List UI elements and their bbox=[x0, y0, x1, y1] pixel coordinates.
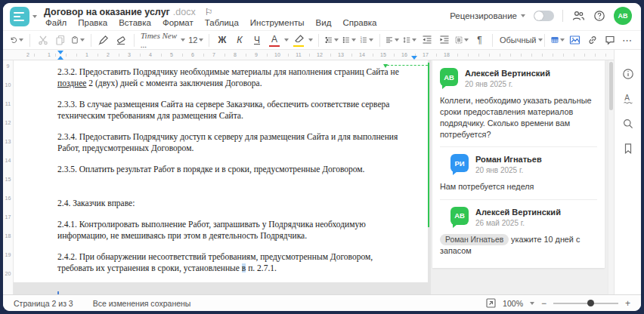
comment-reply[interactable]: РИРоман Игнатьев20 янв 2025 г.Нам потреб… bbox=[440, 146, 597, 192]
comment-connector-line bbox=[387, 65, 428, 66]
divider bbox=[492, 34, 493, 47]
comment-meta: Алексей Вертинский26 май 2025 г. bbox=[475, 207, 561, 227]
spellcheck-button[interactable]: A bbox=[622, 93, 634, 105]
menu-item-2[interactable]: Правка bbox=[78, 18, 107, 27]
paragraph-borders-button[interactable] bbox=[454, 32, 469, 48]
spellcheck-icon: A bbox=[622, 93, 634, 105]
text-run: п. 2.7.1. bbox=[246, 263, 277, 272]
decrease-indent-button[interactable] bbox=[420, 32, 435, 48]
left-indent-marker[interactable] bbox=[57, 56, 63, 60]
zoom-in-button[interactable]: + bbox=[625, 299, 630, 308]
scrollbar-thumb[interactable] bbox=[609, 62, 613, 110]
paste-button[interactable] bbox=[70, 32, 85, 48]
zoom-value[interactable]: 100% bbox=[503, 299, 523, 308]
insert-comment-button[interactable] bbox=[602, 32, 618, 48]
comment-text: Нам потребуется неделя bbox=[440, 182, 534, 191]
numbered-list-button[interactable]: 123 bbox=[359, 32, 374, 48]
review-toggle[interactable] bbox=[534, 11, 554, 21]
help-button[interactable] bbox=[593, 10, 605, 22]
flag-icon[interactable]: ⚐ bbox=[205, 8, 213, 17]
svg-text:A: A bbox=[624, 94, 630, 102]
menu-item-7[interactable]: Вид bbox=[316, 18, 332, 27]
menu-item-4[interactable]: Формат bbox=[163, 18, 194, 27]
italic-button[interactable]: К bbox=[232, 32, 247, 48]
bold-button[interactable]: Ж bbox=[215, 32, 230, 48]
font-color-button[interactable]: А bbox=[267, 32, 282, 48]
review-mode-button[interactable]: Рецензирование bbox=[450, 11, 525, 20]
menu-item-8[interactable]: Справка bbox=[342, 18, 376, 27]
comment-reply[interactable]: АВАлексей Вертинский26 май 2025 г.Роман … bbox=[440, 199, 597, 257]
comment-date: 20 янв 2025 г. bbox=[475, 166, 542, 174]
cut-button[interactable] bbox=[36, 32, 51, 48]
user-avatar[interactable]: АВ bbox=[614, 7, 632, 25]
document-text[interactable]: 2.3.2. Предоставить Подрядчику необходим… bbox=[14, 60, 428, 304]
zoom-caret-icon[interactable] bbox=[530, 302, 534, 305]
insert-link-button[interactable] bbox=[585, 32, 600, 48]
paragraph-5[interactable]: 2.4. Заказчик вправе: bbox=[57, 198, 405, 209]
ruler-number: 16 bbox=[3, 195, 13, 201]
comment-header: РИРоман Игнатьев20 янв 2025 г. bbox=[450, 154, 597, 174]
status-right: 100% − + bbox=[486, 298, 641, 308]
comment-date: 20 янв 2025 г. bbox=[465, 80, 550, 88]
insert-table-button[interactable] bbox=[550, 32, 565, 48]
highlight-button[interactable] bbox=[291, 32, 306, 48]
app-logo-icon[interactable] bbox=[10, 7, 29, 26]
ruler-number: 10 bbox=[3, 82, 13, 88]
bullet-list-button[interactable] bbox=[342, 32, 357, 48]
format-painter-button[interactable] bbox=[96, 32, 111, 48]
comment[interactable]: АВАлексей Вертинский20 янв 2025 г.Коллег… bbox=[440, 66, 597, 140]
increase-indent-button[interactable] bbox=[437, 32, 452, 48]
paragraph-7[interactable]: 2.4.2. При обнаружении несоответствий тр… bbox=[57, 251, 405, 274]
line-spacing-button[interactable] bbox=[402, 32, 417, 48]
ruler-number: 12 bbox=[3, 120, 13, 125]
chevron-down-icon[interactable] bbox=[284, 38, 289, 42]
copy-button[interactable] bbox=[53, 32, 68, 48]
clear-format-button[interactable] bbox=[113, 32, 128, 48]
paragraph-style-select[interactable]: Обычный bbox=[498, 32, 539, 48]
bookmarks-button[interactable] bbox=[622, 143, 634, 155]
menu-item-5[interactable]: Таблица bbox=[205, 18, 239, 27]
font-size-select[interactable]: 12 bbox=[188, 32, 203, 48]
ruler-number: 1 bbox=[82, 52, 92, 58]
menu-item-3[interactable]: Вставка bbox=[119, 18, 151, 27]
comment-body: Нам потребуется неделя bbox=[440, 181, 597, 192]
vertical-scrollbar[interactable] bbox=[608, 60, 614, 294]
menu-item-1[interactable]: Файл bbox=[45, 18, 67, 27]
ruler-number: 5 bbox=[166, 52, 177, 58]
first-line-indent-marker[interactable] bbox=[57, 51, 63, 54]
ruler-number: 18 bbox=[441, 52, 452, 58]
search-button[interactable] bbox=[622, 118, 634, 130]
zoom-slider-handle[interactable] bbox=[587, 300, 594, 306]
chevron-down-icon[interactable] bbox=[308, 38, 313, 42]
menu-item-6[interactable]: Инструменты bbox=[250, 18, 305, 27]
multilevel-list-button[interactable] bbox=[324, 32, 339, 48]
paragraph-2[interactable]: 2.3.3. В случае размещения Сайта на серв… bbox=[57, 99, 405, 122]
paragraph-4[interactable]: 2.3.5. Оплатить результат Работ в порядк… bbox=[57, 164, 405, 175]
paragraph-style-value: Обычный bbox=[495, 35, 537, 45]
nonprinting-chars-button[interactable]: ¶ bbox=[472, 32, 487, 48]
chevron-down-icon bbox=[538, 38, 543, 42]
help-icon bbox=[593, 10, 605, 22]
more-tools-button[interactable]: ⋯ bbox=[620, 32, 635, 48]
fit-page-button[interactable] bbox=[486, 298, 496, 308]
right-indent-marker[interactable] bbox=[411, 56, 417, 60]
page-counter[interactable]: Страница 2 из 3 bbox=[14, 299, 73, 308]
logo-caret-icon[interactable] bbox=[33, 15, 37, 18]
paragraph-1[interactable]: 2.3.2. Предоставить Подрядчику необходим… bbox=[57, 66, 405, 89]
zoom-out-button[interactable]: − bbox=[541, 299, 546, 308]
chevron-down-icon bbox=[369, 38, 373, 42]
document-info-button[interactable] bbox=[622, 68, 634, 80]
zoom-slider[interactable] bbox=[553, 299, 618, 308]
insert-image-button[interactable] bbox=[568, 32, 583, 48]
document-page[interactable]: 2.3.2. Предоставить Подрядчику необходим… bbox=[14, 60, 428, 282]
undo-button[interactable] bbox=[9, 32, 24, 48]
align-button[interactable] bbox=[385, 32, 400, 48]
font-name-select[interactable]: Times New ... bbox=[140, 32, 186, 48]
underline-button[interactable]: Ч bbox=[249, 32, 265, 48]
paragraph-3[interactable]: 2.3.4. Предоставить Подрядчику доступ к … bbox=[57, 131, 405, 154]
collaborators-button[interactable] bbox=[571, 10, 585, 22]
comment-thread-card[interactable]: АВАлексей Вертинский20 янв 2025 г.Коллег… bbox=[432, 60, 605, 268]
divider bbox=[562, 10, 563, 22]
paragraph-6[interactable]: 2.4.1. Контролировать выполнение Работ, … bbox=[57, 219, 405, 242]
ruler-number: 13 bbox=[336, 52, 346, 58]
